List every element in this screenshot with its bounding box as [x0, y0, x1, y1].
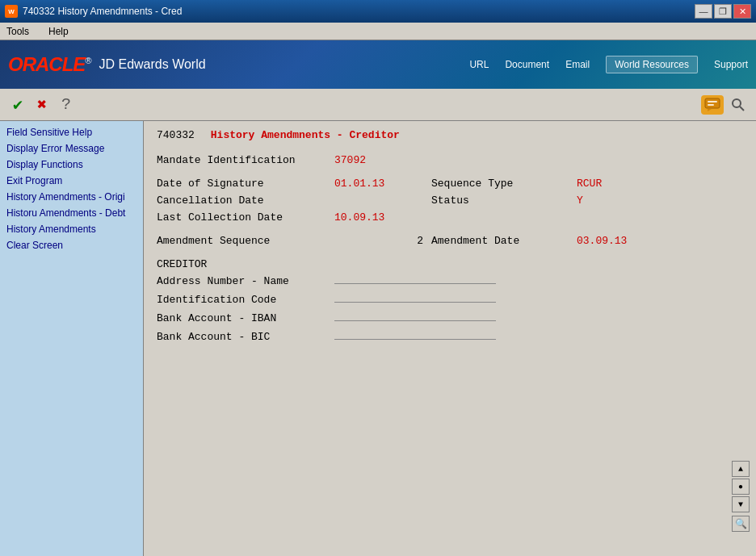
bank-account-iban-value[interactable] [334, 320, 496, 321]
sidebar-item-display-functions[interactable]: Display Functions [0, 157, 143, 173]
sidebar-item-display-error-message[interactable]: Display Error Message [0, 140, 143, 157]
identification-code-row: Identification Code [157, 294, 743, 306]
sidebar-item-clear-screen[interactable]: Clear Screen [0, 237, 143, 253]
x-icon: ✖ [37, 94, 47, 115]
svg-rect-3 [708, 101, 717, 102]
amendment-date-label: Amendment Date [431, 235, 577, 247]
mandate-id-value[interactable]: 37092 [334, 154, 431, 166]
scroll-mid-button[interactable]: ● [732, 479, 750, 495]
logo-area: ORACLE® JD Edwards World [8, 53, 206, 76]
last-collection-date-label: Last Collection Date [157, 211, 334, 224]
nav-url[interactable]: URL [469, 59, 489, 70]
nav-document[interactable]: Document [505, 59, 549, 70]
check-icon: ✔ [13, 94, 23, 115]
date-signature-row: Date of Signature 01.01.13 Sequence Type… [157, 178, 743, 190]
minimize-button[interactable]: — [695, 4, 712, 19]
nav-support[interactable]: Support [714, 59, 748, 70]
cancellation-date-label: Cancellation Date [157, 194, 334, 207]
search-icon[interactable] [729, 95, 748, 115]
restore-button[interactable]: ❐ [714, 4, 732, 19]
jde-logo-text: JD Edwards World [99, 57, 205, 72]
content-area: 740332 History Amendmnents - Creditor Ma… [144, 121, 756, 556]
title-bar: W 740332 History Amendmnents - Cred — ❐ … [0, 0, 756, 23]
main-area: Field Sensitive Help Display Error Messa… [0, 121, 756, 556]
mandate-id-row: Mandate Identification 37092 [157, 154, 743, 166]
window-title: 740332 History Amendmnents - Cred [23, 6, 182, 17]
nav-links: URL Document Email World Resources Suppo… [469, 56, 748, 73]
program-number: 740332 [157, 129, 195, 141]
last-collection-date-row: Last Collection Date 10.09.13 [157, 211, 743, 224]
svg-text:W: W [8, 8, 15, 15]
scroll-up-button[interactable]: ▲ [732, 461, 750, 477]
nav-email[interactable]: Email [565, 59, 590, 70]
sidebar-item-exit-program[interactable]: Exit Program [0, 173, 143, 189]
svg-point-5 [733, 99, 741, 107]
title-bar-left: W 740332 History Amendmnents - Cred [5, 5, 182, 18]
svg-rect-4 [708, 104, 714, 106]
cancel-button[interactable]: ✖ [32, 95, 52, 115]
form-title-row: 740332 History Amendmnents - Creditor [157, 129, 743, 141]
identification-code-label: Identification Code [157, 294, 334, 306]
question-icon: ? [61, 95, 71, 114]
bank-account-bic-row: Bank Account - BIC [157, 331, 743, 343]
date-signature-label: Date of Signature [157, 178, 334, 190]
bank-account-bic-label: Bank Account - BIC [157, 331, 334, 343]
status-label: Status [431, 194, 577, 207]
sequence-type-value[interactable]: RCUR [577, 178, 602, 190]
bank-account-bic-value[interactable] [334, 339, 496, 340]
world-resources-button[interactable]: World Resources [606, 56, 698, 73]
sidebar-item-field-sensitive-help[interactable]: Field Sensitive Help [0, 124, 143, 140]
address-number-row: Address Number - Name [157, 275, 743, 287]
bank-account-iban-label: Bank Account - IBAN [157, 312, 334, 324]
toolbar: ✔ ✖ ? [0, 89, 756, 121]
cancellation-date-row: Cancellation Date Status Y [157, 194, 743, 207]
amendment-sequence-value[interactable]: 2 [334, 235, 431, 247]
last-collection-date-value[interactable]: 10.09.13 [334, 211, 431, 224]
address-number-value[interactable] [334, 283, 496, 284]
sidebar-item-history-amendments[interactable]: History Amendments [0, 221, 143, 237]
toolbar-right [701, 95, 748, 115]
app-icon: W [5, 5, 18, 18]
amendment-date-value[interactable]: 03.09.13 [577, 235, 627, 247]
header: ORACLE® JD Edwards World URL Document Em… [0, 40, 756, 89]
mandate-id-label: Mandate Identification [157, 154, 334, 166]
help-button[interactable]: ? [57, 95, 76, 115]
form-title: History Amendmnents - Creditor [211, 129, 400, 141]
bank-account-iban-row: Bank Account - IBAN [157, 312, 743, 324]
tools-menu[interactable]: Tools [3, 24, 32, 39]
svg-rect-2 [705, 98, 720, 108]
address-number-label: Address Number - Name [157, 275, 334, 287]
sidebar-item-history-amendments-debt[interactable]: Historu Amendments - Debt [0, 205, 143, 221]
scroll-down-button[interactable]: ▼ [732, 496, 750, 512]
sequence-type-label: Sequence Type [431, 178, 577, 190]
date-signature-value[interactable]: 01.01.13 [334, 178, 431, 190]
chat-icon[interactable] [701, 95, 724, 115]
sidebar: Field Sensitive Help Display Error Messa… [0, 121, 144, 556]
creditor-header: CREDITOR [157, 258, 743, 270]
svg-line-6 [740, 107, 744, 111]
check-button[interactable]: ✔ [8, 95, 27, 115]
sidebar-item-history-amendments-orig[interactable]: History Amendments - Origi [0, 189, 143, 205]
title-bar-buttons: — ❐ ✕ [695, 4, 751, 19]
oracle-logo: ORACLE® [8, 53, 90, 76]
amendment-sequence-label: Amendment Sequence [157, 235, 334, 247]
close-button[interactable]: ✕ [733, 4, 751, 19]
identification-code-value[interactable] [334, 302, 496, 303]
menu-bar: Tools Help [0, 23, 756, 40]
status-value[interactable]: Y [577, 194, 583, 207]
help-menu[interactable]: Help [45, 24, 72, 39]
amendment-sequence-row: Amendment Sequence 2 Amendment Date 03.0… [157, 235, 743, 247]
zoom-icon[interactable]: 🔍 [732, 516, 750, 532]
